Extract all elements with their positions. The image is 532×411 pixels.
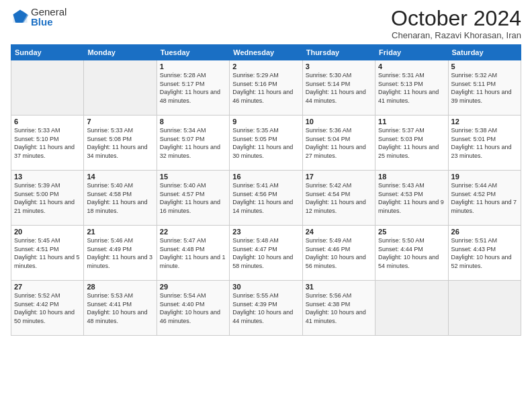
day-daylight: Daylight: 11 hours and 44 minutes. xyxy=(306,89,366,104)
day-daylight: Daylight: 10 hours and 48 minutes. xyxy=(87,309,147,324)
day-sunrise: Sunrise: 5:33 AM xyxy=(87,127,133,134)
calendar-cell: 3 Sunrise: 5:30 AM Sunset: 5:14 PM Dayli… xyxy=(302,60,375,116)
day-daylight: Daylight: 11 hours and 21 minutes. xyxy=(14,199,75,214)
day-daylight: Daylight: 10 hours and 56 minutes. xyxy=(306,254,366,269)
calendar-cell: 30 Sunrise: 5:55 AM Sunset: 4:39 PM Dayl… xyxy=(230,281,302,336)
day-sunrise: Sunrise: 5:51 AM xyxy=(451,237,498,244)
day-sunset: Sunset: 4:42 PM xyxy=(14,301,59,308)
day-sunset: Sunset: 4:53 PM xyxy=(378,191,423,197)
day-sunset: Sunset: 5:04 PM xyxy=(306,136,351,142)
day-number: 7 xyxy=(87,118,153,126)
day-sunset: Sunset: 5:10 PM xyxy=(14,136,59,142)
day-number: 21 xyxy=(87,228,153,236)
day-sunset: Sunset: 4:38 PM xyxy=(306,301,351,308)
calendar-cell: 2 Sunrise: 5:29 AM Sunset: 5:16 PM Dayli… xyxy=(230,60,302,116)
day-daylight: Daylight: 10 hours and 46 minutes. xyxy=(160,309,220,324)
day-number: 15 xyxy=(160,173,226,181)
day-sunrise: Sunrise: 5:46 AM xyxy=(87,237,133,244)
day-sunset: Sunset: 5:01 PM xyxy=(451,136,496,142)
day-sunrise: Sunrise: 5:56 AM xyxy=(306,292,352,299)
day-sunrise: Sunrise: 5:47 AM xyxy=(160,237,206,244)
day-number: 31 xyxy=(306,283,372,291)
day-sunset: Sunset: 4:54 PM xyxy=(306,191,351,197)
day-number: 13 xyxy=(14,173,81,181)
day-daylight: Daylight: 11 hours and 41 minutes. xyxy=(378,89,439,104)
day-number: 12 xyxy=(451,118,518,126)
day-sunrise: Sunrise: 5:42 AM xyxy=(306,182,352,189)
day-number: 20 xyxy=(14,228,81,236)
calendar-cell: 11 Sunrise: 5:37 AM Sunset: 5:03 PM Dayl… xyxy=(375,116,448,171)
weekday-header: Sunday xyxy=(11,45,84,60)
day-number: 26 xyxy=(451,228,518,236)
day-sunrise: Sunrise: 5:43 AM xyxy=(378,182,425,189)
day-number: 16 xyxy=(232,173,299,181)
day-sunrise: Sunrise: 5:50 AM xyxy=(378,237,425,244)
subtitle: Chenaran, Razavi Khorasan, Iran xyxy=(391,30,521,40)
day-sunset: Sunset: 4:39 PM xyxy=(232,301,277,308)
day-sunrise: Sunrise: 5:53 AM xyxy=(87,292,133,299)
calendar-cell: 28 Sunrise: 5:53 AM Sunset: 4:41 PM Dayl… xyxy=(84,281,157,336)
day-sunset: Sunset: 5:08 PM xyxy=(87,136,132,142)
calendar-cell: 27 Sunrise: 5:52 AM Sunset: 4:42 PM Dayl… xyxy=(11,281,84,336)
day-sunset: Sunset: 5:03 PM xyxy=(378,136,423,142)
day-daylight: Daylight: 11 hours and 37 minutes. xyxy=(14,144,75,159)
day-number: 5 xyxy=(451,62,518,71)
day-sunset: Sunset: 4:49 PM xyxy=(87,246,132,253)
weekday-header: Monday xyxy=(84,45,157,60)
calendar-cell: 18 Sunrise: 5:43 AM Sunset: 4:53 PM Dayl… xyxy=(375,171,448,226)
day-number: 27 xyxy=(14,283,81,291)
day-daylight: Daylight: 11 hours and 3 minutes. xyxy=(87,254,152,269)
day-sunset: Sunset: 4:48 PM xyxy=(160,246,205,253)
calendar-cell: 31 Sunrise: 5:56 AM Sunset: 4:38 PM Dayl… xyxy=(302,281,375,336)
day-number: 4 xyxy=(378,62,445,71)
day-daylight: Daylight: 10 hours and 41 minutes. xyxy=(306,309,366,324)
logo-icon xyxy=(11,7,30,26)
calendar-cell: 6 Sunrise: 5:33 AM Sunset: 5:10 PM Dayli… xyxy=(11,116,84,171)
day-daylight: Daylight: 10 hours and 44 minutes. xyxy=(232,309,293,324)
day-daylight: Daylight: 11 hours and 34 minutes. xyxy=(87,144,147,159)
day-number: 8 xyxy=(160,118,226,126)
main-title: October 2024 xyxy=(391,7,521,30)
day-number: 28 xyxy=(87,283,153,291)
day-daylight: Daylight: 11 hours and 7 minutes. xyxy=(451,199,517,214)
day-daylight: Daylight: 11 hours and 9 minutes. xyxy=(378,199,444,214)
day-daylight: Daylight: 11 hours and 32 minutes. xyxy=(160,144,220,159)
day-sunrise: Sunrise: 5:40 AM xyxy=(160,182,206,189)
calendar-cell: 17 Sunrise: 5:42 AM Sunset: 4:54 PM Dayl… xyxy=(302,171,375,226)
day-number: 24 xyxy=(306,228,372,236)
day-sunset: Sunset: 4:58 PM xyxy=(87,191,132,197)
day-sunrise: Sunrise: 5:28 AM xyxy=(160,72,206,79)
day-sunset: Sunset: 5:11 PM xyxy=(451,81,496,87)
calendar-cell xyxy=(84,60,157,116)
calendar-cell: 7 Sunrise: 5:33 AM Sunset: 5:08 PM Dayli… xyxy=(84,116,157,171)
day-sunset: Sunset: 5:00 PM xyxy=(14,191,59,197)
title-block: October 2024 Chenaran, Razavi Khorasan, … xyxy=(391,7,521,40)
calendar-cell: 5 Sunrise: 5:32 AM Sunset: 5:11 PM Dayli… xyxy=(448,60,521,116)
calendar-cell xyxy=(375,281,448,336)
calendar-cell: 22 Sunrise: 5:47 AM Sunset: 4:48 PM Dayl… xyxy=(157,226,229,281)
day-number: 30 xyxy=(232,283,299,291)
calendar-cell: 4 Sunrise: 5:31 AM Sunset: 5:13 PM Dayli… xyxy=(375,60,448,116)
calendar-cell: 23 Sunrise: 5:48 AM Sunset: 4:47 PM Dayl… xyxy=(230,226,302,281)
day-sunrise: Sunrise: 5:49 AM xyxy=(306,237,352,244)
day-number: 18 xyxy=(378,173,445,181)
day-sunrise: Sunrise: 5:55 AM xyxy=(232,292,279,299)
calendar-table: SundayMondayTuesdayWednesdayThursdayFrid… xyxy=(11,44,521,336)
calendar-cell: 24 Sunrise: 5:49 AM Sunset: 4:46 PM Dayl… xyxy=(302,226,375,281)
logo-text: General Blue xyxy=(31,7,66,27)
calendar-cell: 14 Sunrise: 5:40 AM Sunset: 4:58 PM Dayl… xyxy=(84,171,157,226)
day-number: 19 xyxy=(451,173,518,181)
calendar-cell: 20 Sunrise: 5:45 AM Sunset: 4:51 PM Dayl… xyxy=(11,226,84,281)
day-sunset: Sunset: 4:51 PM xyxy=(14,246,59,253)
logo: General Blue xyxy=(11,7,66,27)
calendar-cell: 21 Sunrise: 5:46 AM Sunset: 4:49 PM Dayl… xyxy=(84,226,157,281)
day-daylight: Daylight: 11 hours and 5 minutes. xyxy=(14,254,80,269)
day-number: 22 xyxy=(160,228,226,236)
day-daylight: Daylight: 11 hours and 16 minutes. xyxy=(160,199,220,214)
calendar-week-row: 1 Sunrise: 5:28 AM Sunset: 5:17 PM Dayli… xyxy=(11,60,521,116)
day-sunrise: Sunrise: 5:44 AM xyxy=(451,182,498,189)
calendar-cell: 8 Sunrise: 5:34 AM Sunset: 5:07 PM Dayli… xyxy=(157,116,229,171)
logo-general: General xyxy=(31,7,66,17)
day-sunset: Sunset: 5:05 PM xyxy=(232,136,277,142)
day-sunset: Sunset: 4:52 PM xyxy=(451,191,496,197)
